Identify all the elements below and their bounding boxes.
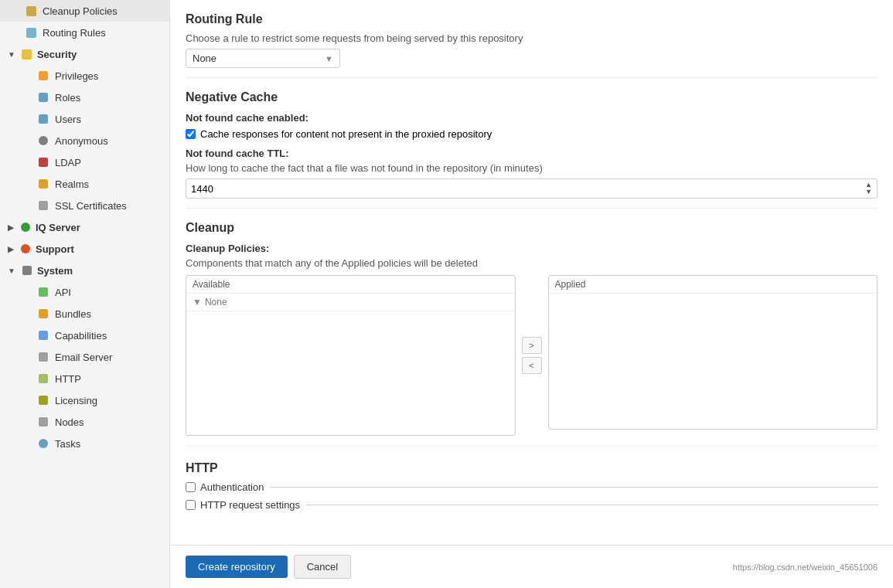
sidebar-label-users: Users xyxy=(55,114,81,125)
bundles-icon xyxy=(37,308,49,320)
cleanup-section: Cleanup Cleanup Policies: Components tha… xyxy=(186,221,878,436)
routing-rule-arrow-icon: ▼ xyxy=(325,54,333,63)
available-filter-row: ▼ xyxy=(186,294,515,311)
routing-rules-icon xyxy=(25,26,37,39)
users-icon xyxy=(37,113,49,125)
system-icon xyxy=(21,264,33,277)
sidebar-label-routing-rules: Routing Rules xyxy=(43,27,106,39)
sidebar-section-security[interactable]: ▼ Security xyxy=(0,43,169,65)
create-repository-button[interactable]: Create repository xyxy=(186,556,288,578)
iq-server-icon xyxy=(19,221,32,233)
ssl-certs-icon xyxy=(37,199,49,212)
authentication-checkbox[interactable] xyxy=(186,482,196,492)
applied-list-content xyxy=(549,294,878,417)
sidebar-item-email-server[interactable]: Email Server xyxy=(0,346,169,368)
ttl-desc: How long to cache the fact that a file w… xyxy=(186,162,878,174)
sidebar-item-licensing[interactable]: Licensing xyxy=(0,389,169,411)
negative-cache-title: Negative Cache xyxy=(186,90,878,104)
cleanup-dual-list: Available ▼ > < Applied xyxy=(186,275,878,436)
sidebar-item-roles[interactable]: Roles xyxy=(0,87,169,108)
http-request-label: HTTP request settings xyxy=(200,499,300,511)
http-request-settings-group: HTTP request settings xyxy=(186,499,878,511)
cancel-button[interactable]: Cancel xyxy=(294,555,351,579)
transfer-left-button[interactable]: < xyxy=(522,357,542,374)
sidebar-section-iq-server[interactable]: ▶ IQ Server xyxy=(0,216,169,238)
roles-icon xyxy=(37,91,49,104)
nodes-icon xyxy=(37,416,49,428)
sidebar-item-ssl-certs[interactable]: SSL Certificates xyxy=(0,195,169,216)
cache-enabled-row: Cache responses for content not present … xyxy=(186,128,878,140)
sidebar-label-api: API xyxy=(55,287,71,298)
applied-header: Applied xyxy=(549,276,878,294)
http-request-legend-row: HTTP request settings xyxy=(186,499,878,511)
sidebar-item-users[interactable]: Users xyxy=(0,108,169,130)
sidebar-label-anonymous: Anonymous xyxy=(55,135,108,147)
sidebar-item-anonymous[interactable]: Anonymous xyxy=(0,130,169,151)
routing-rule-title: Routing Rule xyxy=(186,12,878,26)
authentication-label: Authentication xyxy=(200,481,264,493)
sidebar-item-http[interactable]: HTTP xyxy=(0,368,169,389)
sidebar-item-routing-rules[interactable]: Routing Rules xyxy=(0,22,169,43)
support-expand-icon: ▶ xyxy=(8,245,14,253)
tasks-icon xyxy=(37,437,49,450)
cleanup-policies-desc: Components that match any of the Applied… xyxy=(186,257,878,269)
sidebar-label-roles: Roles xyxy=(55,92,80,104)
filter-icon: ▼ xyxy=(193,297,202,308)
transfer-right-button[interactable]: > xyxy=(522,337,542,354)
cleanup-policies-icon xyxy=(25,5,37,17)
ldap-icon xyxy=(37,156,49,168)
authentication-legend: Authentication xyxy=(186,481,264,493)
authentication-legend-row: Authentication xyxy=(186,481,878,493)
routing-rule-dropdown[interactable]: None ▼ xyxy=(186,49,340,68)
anonymous-icon xyxy=(37,134,49,147)
transfer-buttons-group: > < xyxy=(522,275,542,374)
sidebar-label-ldap: LDAP xyxy=(55,157,81,168)
sidebar-section-support[interactable]: ▶ Support xyxy=(0,238,169,260)
sidebar-item-bundles[interactable]: Bundles xyxy=(0,303,169,325)
http-section: HTTP Authentication HTTP request setting… xyxy=(186,461,878,511)
sidebar-item-privileges[interactable]: Privileges xyxy=(0,65,169,87)
security-icon xyxy=(21,48,33,60)
http-icon xyxy=(37,372,49,385)
sidebar-item-nodes[interactable]: Nodes xyxy=(0,411,169,433)
ttl-decrement-button[interactable]: ▼ xyxy=(865,189,872,195)
ttl-value: 1440 xyxy=(191,183,862,195)
sidebar-item-api[interactable]: API xyxy=(0,281,169,303)
cache-enabled-text: Cache responses for content not present … xyxy=(200,128,492,140)
api-icon xyxy=(37,286,49,298)
email-server-icon xyxy=(37,351,49,363)
ttl-spinner[interactable]: ▲ ▼ xyxy=(865,182,872,195)
sidebar-item-tasks[interactable]: Tasks xyxy=(0,433,169,454)
available-filter-input[interactable] xyxy=(205,297,509,308)
http-request-checkbox[interactable] xyxy=(186,500,196,510)
sidebar-item-ldap[interactable]: LDAP xyxy=(0,151,169,173)
support-icon xyxy=(19,243,32,255)
sidebar-label-iq-server: IQ Server xyxy=(36,222,80,233)
url-hint: https://blog.csdn.net/weixin_45651006 xyxy=(733,563,878,572)
sidebar-label-realms: Realms xyxy=(55,178,89,190)
sidebar-label-http: HTTP xyxy=(55,373,81,385)
sidebar-label-nodes: Nodes xyxy=(55,416,84,428)
sidebar-section-system[interactable]: ▼ System xyxy=(0,260,169,281)
sidebar-label-privileges: Privileges xyxy=(55,70,98,82)
sidebar-label-tasks: Tasks xyxy=(55,438,80,450)
http-title: HTTP xyxy=(186,461,878,475)
system-expand-icon: ▼ xyxy=(8,267,15,275)
security-expand-icon: ▼ xyxy=(8,50,15,59)
sidebar-label-security: Security xyxy=(37,49,77,60)
sidebar-item-realms[interactable]: Realms xyxy=(0,173,169,195)
authentication-group: Authentication xyxy=(186,481,878,493)
http-request-line xyxy=(306,505,878,505)
iq-expand-icon: ▶ xyxy=(8,223,14,232)
capabilities-icon xyxy=(37,329,49,342)
main-content: Routing Rule Choose a rule to restrict s… xyxy=(170,0,893,545)
not-found-cache-label: Not found cache enabled: xyxy=(186,112,878,124)
sidebar-item-capabilities[interactable]: Capabilities xyxy=(0,325,169,346)
available-list-content xyxy=(186,311,515,435)
privileges-icon xyxy=(37,70,49,82)
sidebar-item-cleanup-policies[interactable]: Cleanup Policies xyxy=(0,0,169,22)
authentication-line xyxy=(270,487,878,488)
sidebar-label-support: Support xyxy=(36,243,74,255)
cache-enabled-checkbox[interactable] xyxy=(186,129,196,139)
licensing-icon xyxy=(37,394,49,406)
